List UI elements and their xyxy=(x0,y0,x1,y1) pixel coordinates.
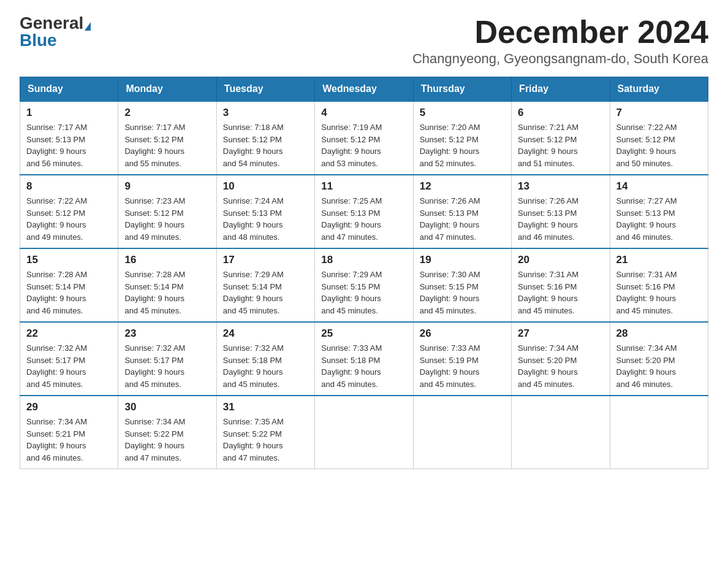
calendar-cell: 22 Sunrise: 7:32 AM Sunset: 5:17 PM Dayl… xyxy=(20,322,118,396)
day-info: Sunrise: 7:33 AM Sunset: 5:18 PM Dayligh… xyxy=(321,342,406,390)
day-number: 15 xyxy=(26,254,112,266)
logo-general-text: General xyxy=(20,13,83,33)
day-number: 2 xyxy=(124,107,210,119)
calendar-cell: 18 Sunrise: 7:29 AM Sunset: 5:15 PM Dayl… xyxy=(315,248,413,322)
day-number: 29 xyxy=(26,401,112,413)
day-number: 10 xyxy=(223,180,308,193)
day-info: Sunrise: 7:29 AM Sunset: 5:14 PM Dayligh… xyxy=(223,269,308,316)
day-number: 7 xyxy=(616,107,702,119)
day-info: Sunrise: 7:17 AM Sunset: 5:13 PM Dayligh… xyxy=(26,121,112,169)
calendar-cell: 27 Sunrise: 7:34 AM Sunset: 5:20 PM Dayl… xyxy=(512,322,610,396)
calendar-cell: 8 Sunrise: 7:22 AM Sunset: 5:12 PM Dayli… xyxy=(20,175,118,248)
header-monday: Monday xyxy=(118,77,216,102)
day-info: Sunrise: 7:18 AM Sunset: 5:12 PM Dayligh… xyxy=(223,121,308,169)
day-number: 20 xyxy=(518,254,603,266)
week-row-1: 1 Sunrise: 7:17 AM Sunset: 5:13 PM Dayli… xyxy=(20,101,708,175)
day-info: Sunrise: 7:23 AM Sunset: 5:12 PM Dayligh… xyxy=(124,195,210,243)
day-number: 23 xyxy=(124,327,210,340)
day-info: Sunrise: 7:27 AM Sunset: 5:13 PM Dayligh… xyxy=(616,195,702,243)
day-number: 27 xyxy=(518,327,603,340)
day-info: Sunrise: 7:32 AM Sunset: 5:17 PM Dayligh… xyxy=(124,342,210,390)
logo-triangle-icon xyxy=(85,22,91,31)
day-info: Sunrise: 7:31 AM Sunset: 5:16 PM Dayligh… xyxy=(616,269,702,316)
day-number: 22 xyxy=(26,327,112,340)
header-wednesday: Wednesday xyxy=(315,77,413,102)
calendar-cell: 31 Sunrise: 7:35 AM Sunset: 5:22 PM Dayl… xyxy=(216,396,314,469)
day-number: 13 xyxy=(518,180,603,193)
day-number: 18 xyxy=(321,254,406,266)
calendar-cell: 30 Sunrise: 7:34 AM Sunset: 5:22 PM Dayl… xyxy=(118,396,216,469)
day-number: 25 xyxy=(321,327,406,340)
day-number: 9 xyxy=(124,180,210,193)
month-title: December 2024 xyxy=(412,15,708,50)
logo-general-row: General xyxy=(20,15,91,32)
day-info: Sunrise: 7:34 AM Sunset: 5:20 PM Dayligh… xyxy=(518,342,603,390)
calendar-cell xyxy=(512,396,610,469)
calendar-cell: 24 Sunrise: 7:32 AM Sunset: 5:18 PM Dayl… xyxy=(216,322,314,396)
calendar-cell xyxy=(315,396,413,469)
week-row-2: 8 Sunrise: 7:22 AM Sunset: 5:12 PM Dayli… xyxy=(20,175,708,248)
day-info: Sunrise: 7:24 AM Sunset: 5:13 PM Dayligh… xyxy=(223,195,308,243)
day-info: Sunrise: 7:25 AM Sunset: 5:13 PM Dayligh… xyxy=(321,195,406,243)
calendar-cell: 1 Sunrise: 7:17 AM Sunset: 5:13 PM Dayli… xyxy=(20,101,118,175)
logo-blue-row: Blue xyxy=(20,32,57,49)
logo: General Blue xyxy=(20,15,91,49)
calendar-cell: 25 Sunrise: 7:33 AM Sunset: 5:18 PM Dayl… xyxy=(315,322,413,396)
day-number: 5 xyxy=(420,107,505,119)
calendar-cell: 11 Sunrise: 7:25 AM Sunset: 5:13 PM Dayl… xyxy=(315,175,413,248)
day-number: 17 xyxy=(223,254,308,266)
calendar-cell xyxy=(610,396,708,469)
day-number: 21 xyxy=(616,254,702,266)
day-info: Sunrise: 7:19 AM Sunset: 5:12 PM Dayligh… xyxy=(321,121,406,169)
day-info: Sunrise: 7:20 AM Sunset: 5:12 PM Dayligh… xyxy=(420,121,505,169)
calendar-cell: 9 Sunrise: 7:23 AM Sunset: 5:12 PM Dayli… xyxy=(118,175,216,248)
title-block: December 2024 Changnyeong, Gyeongsangnam… xyxy=(412,15,708,67)
day-info: Sunrise: 7:32 AM Sunset: 5:18 PM Dayligh… xyxy=(223,342,308,390)
day-info: Sunrise: 7:34 AM Sunset: 5:22 PM Dayligh… xyxy=(124,416,210,464)
day-number: 8 xyxy=(26,180,112,193)
day-number: 26 xyxy=(420,327,505,340)
day-number: 12 xyxy=(420,180,505,193)
calendar-cell: 14 Sunrise: 7:27 AM Sunset: 5:13 PM Dayl… xyxy=(610,175,708,248)
calendar-cell: 12 Sunrise: 7:26 AM Sunset: 5:13 PM Dayl… xyxy=(413,175,511,248)
day-number: 6 xyxy=(518,107,603,119)
day-info: Sunrise: 7:31 AM Sunset: 5:16 PM Dayligh… xyxy=(518,269,603,316)
day-number: 4 xyxy=(321,107,406,119)
calendar-cell: 2 Sunrise: 7:17 AM Sunset: 5:12 PM Dayli… xyxy=(118,101,216,175)
day-info: Sunrise: 7:34 AM Sunset: 5:21 PM Dayligh… xyxy=(26,416,112,464)
day-number: 24 xyxy=(223,327,308,340)
day-number: 11 xyxy=(321,180,406,193)
day-info: Sunrise: 7:30 AM Sunset: 5:15 PM Dayligh… xyxy=(420,269,505,316)
calendar-cell xyxy=(413,396,511,469)
day-number: 3 xyxy=(223,107,308,119)
calendar-cell: 28 Sunrise: 7:34 AM Sunset: 5:20 PM Dayl… xyxy=(610,322,708,396)
header-thursday: Thursday xyxy=(413,77,511,102)
calendar-cell: 13 Sunrise: 7:26 AM Sunset: 5:13 PM Dayl… xyxy=(512,175,610,248)
header-saturday: Saturday xyxy=(610,77,708,102)
header-friday: Friday xyxy=(512,77,610,102)
day-info: Sunrise: 7:29 AM Sunset: 5:15 PM Dayligh… xyxy=(321,269,406,316)
day-number: 31 xyxy=(223,401,308,413)
calendar-cell: 16 Sunrise: 7:28 AM Sunset: 5:14 PM Dayl… xyxy=(118,248,216,322)
week-row-3: 15 Sunrise: 7:28 AM Sunset: 5:14 PM Dayl… xyxy=(20,248,708,322)
calendar-cell: 20 Sunrise: 7:31 AM Sunset: 5:16 PM Dayl… xyxy=(512,248,610,322)
calendar-cell: 3 Sunrise: 7:18 AM Sunset: 5:12 PM Dayli… xyxy=(216,101,314,175)
day-info: Sunrise: 7:34 AM Sunset: 5:20 PM Dayligh… xyxy=(616,342,702,390)
calendar-cell: 29 Sunrise: 7:34 AM Sunset: 5:21 PM Dayl… xyxy=(20,396,118,469)
header-sunday: Sunday xyxy=(20,77,118,102)
day-number: 14 xyxy=(616,180,702,193)
calendar-cell: 21 Sunrise: 7:31 AM Sunset: 5:16 PM Dayl… xyxy=(610,248,708,322)
day-number: 28 xyxy=(616,327,702,340)
day-info: Sunrise: 7:22 AM Sunset: 5:12 PM Dayligh… xyxy=(616,121,702,169)
calendar-cell: 10 Sunrise: 7:24 AM Sunset: 5:13 PM Dayl… xyxy=(216,175,314,248)
week-row-5: 29 Sunrise: 7:34 AM Sunset: 5:21 PM Dayl… xyxy=(20,396,708,469)
calendar-cell: 4 Sunrise: 7:19 AM Sunset: 5:12 PM Dayli… xyxy=(315,101,413,175)
day-number: 19 xyxy=(420,254,505,266)
day-info: Sunrise: 7:35 AM Sunset: 5:22 PM Dayligh… xyxy=(223,416,308,464)
day-number: 1 xyxy=(26,107,112,119)
calendar-cell: 17 Sunrise: 7:29 AM Sunset: 5:14 PM Dayl… xyxy=(216,248,314,322)
day-info: Sunrise: 7:17 AM Sunset: 5:12 PM Dayligh… xyxy=(124,121,210,169)
day-info: Sunrise: 7:28 AM Sunset: 5:14 PM Dayligh… xyxy=(26,269,112,316)
calendar-cell: 5 Sunrise: 7:20 AM Sunset: 5:12 PM Dayli… xyxy=(413,101,511,175)
day-info: Sunrise: 7:21 AM Sunset: 5:12 PM Dayligh… xyxy=(518,121,603,169)
